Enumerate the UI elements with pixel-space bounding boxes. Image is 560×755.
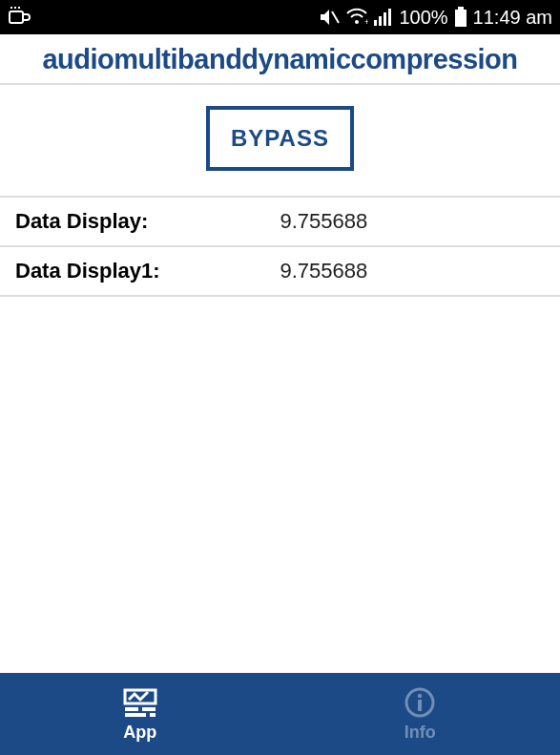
- svg-rect-8: [458, 7, 464, 10]
- status-bar: + 100% 11:49 am: [0, 0, 560, 34]
- tab-app-label: App: [123, 723, 156, 743]
- svg-rect-9: [455, 10, 467, 27]
- bottom-nav: App Info: [0, 673, 560, 755]
- svg-rect-17: [418, 700, 422, 711]
- svg-rect-14: [150, 713, 156, 717]
- svg-rect-0: [10, 11, 23, 23]
- status-left: [8, 7, 31, 28]
- svg-rect-7: [388, 9, 391, 26]
- svg-text:+: +: [364, 17, 368, 27]
- svg-rect-12: [142, 707, 156, 711]
- battery-percent: 100%: [399, 7, 447, 29]
- clock-time: 11:49 am: [473, 7, 552, 29]
- data-value: 9.755688: [280, 259, 368, 283]
- data-label: Data Display1:: [15, 259, 280, 283]
- svg-rect-6: [384, 12, 386, 26]
- wifi-icon: +: [345, 8, 368, 27]
- data-value: 9.755688: [280, 209, 368, 234]
- info-icon: [401, 686, 439, 719]
- svg-rect-13: [125, 713, 146, 717]
- svg-rect-5: [379, 16, 382, 26]
- bypass-button[interactable]: BYPASS: [206, 106, 354, 171]
- app-icon: [121, 686, 159, 719]
- svg-point-2: [355, 20, 359, 24]
- page-title: audiomultibanddynamiccompression: [8, 44, 552, 75]
- mute-icon: [319, 8, 340, 27]
- svg-point-16: [418, 693, 422, 697]
- svg-rect-4: [374, 20, 377, 26]
- status-right: + 100% 11:49 am: [319, 7, 552, 29]
- data-label: Data Display:: [15, 209, 280, 234]
- content-area: [0, 297, 560, 673]
- battery-icon: [454, 7, 467, 28]
- coffee-icon: [8, 7, 31, 28]
- tab-info-label: Info: [404, 723, 436, 743]
- bypass-section: BYPASS: [0, 85, 560, 198]
- data-row: Data Display1: 9.755688: [0, 247, 560, 297]
- signal-icon: [374, 9, 393, 26]
- tab-app[interactable]: App: [0, 673, 280, 755]
- screen: + 100% 11:49 am audiomu: [0, 0, 560, 755]
- title-bar: audiomultibanddynamiccompression: [0, 34, 560, 85]
- svg-line-1: [332, 11, 339, 23]
- tab-info[interactable]: Info: [280, 673, 561, 755]
- data-row: Data Display: 9.755688: [0, 198, 560, 247]
- svg-rect-11: [125, 707, 138, 711]
